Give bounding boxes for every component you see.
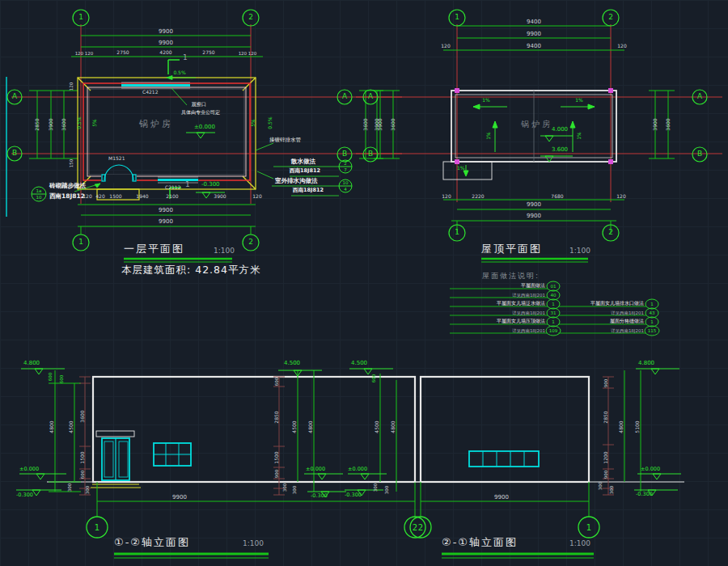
elev1-window	[154, 443, 191, 466]
dim-label: 9900	[159, 40, 173, 47]
note-label: 平屋面女儿墙排水口做法	[540, 301, 644, 306]
detail-bubble-label: 10	[36, 195, 42, 200]
slope-label: 1%	[575, 98, 583, 103]
dim-label: 120 120	[75, 51, 94, 56]
dim-label: 600	[80, 471, 85, 479]
dim-label: 4500	[292, 420, 298, 433]
note-label: 屋面分格缝做法	[540, 319, 644, 324]
grid-bubble-label: A	[368, 93, 373, 101]
dim-label: 1500	[274, 451, 280, 463]
dim-label: 1200	[603, 451, 609, 463]
drawing-title: ①-②轴立面图	[114, 537, 190, 548]
level-label: -0.300	[345, 492, 362, 498]
grid-bubble-label: 1	[78, 14, 83, 22]
dim-label: 9900	[527, 202, 541, 209]
slope-label: 1%	[457, 166, 465, 171]
dim-label: 3900	[49, 118, 54, 130]
dim-label: 9900	[172, 495, 187, 501]
section-mark-label: 1	[185, 181, 190, 189]
dim-label: 3900	[214, 194, 226, 200]
slope-label: 5%	[251, 119, 256, 127]
dim-label: 900	[603, 379, 608, 388]
drawing-title: 屋顶平面图	[481, 243, 542, 255]
annotation-text: 具体由专业公司定	[181, 110, 220, 116]
room-label: 锅炉房	[139, 120, 173, 129]
note-bubble-label: 01	[551, 284, 557, 289]
dim-label: 120	[83, 194, 91, 200]
dim-label: 300	[282, 484, 287, 492]
dim-label: 4800	[391, 420, 396, 433]
detail-bubble-label: 7	[344, 167, 347, 172]
window-tag: C2112	[165, 185, 180, 191]
grid-bubble-label: B	[342, 150, 347, 158]
grid-bubble-label: B	[697, 150, 702, 158]
grid-bubble-label: 2	[248, 239, 253, 247]
dim-label: 3600	[666, 118, 671, 130]
grid-bubble-label: 1	[78, 239, 83, 247]
slope-label: 1%	[577, 132, 582, 140]
dim-label: 900	[603, 471, 608, 479]
level-label: ±0.000	[306, 467, 325, 472]
plan2-slope-arrows	[463, 104, 595, 176]
grid-bubble-label: 1	[455, 14, 459, 22]
elev2-window-strip	[469, 451, 539, 467]
annotation-text: 散水做法	[291, 158, 315, 165]
dim-label: 2850	[35, 118, 40, 130]
door-tag: M1521	[108, 156, 125, 162]
note-ref: 详见西南18J201	[540, 328, 644, 333]
dim-label: 2220	[472, 194, 484, 200]
dim-label: 4800	[49, 420, 55, 433]
dim-label: 120	[441, 44, 450, 49]
note-ref: 详见西南18J201	[450, 328, 545, 333]
elev2-title-underline	[442, 554, 594, 558]
grid-bubble-label: 2	[608, 14, 613, 22]
dim-label: 9900	[159, 208, 173, 214]
cad-viewport[interactable]: 1 2 A B A B 1 2 9900 9900 120 120 2750 4…	[0, 0, 728, 566]
dim-label: 600	[59, 375, 64, 384]
note-label: 平屋面做法	[450, 283, 545, 289]
dim-label: 1500	[80, 451, 86, 463]
dim-label: 3600	[80, 410, 86, 422]
dim-label: 9900	[527, 32, 541, 38]
grid-bubble-label: A	[12, 93, 17, 101]
notes-title: 屋面做法说明:	[482, 272, 540, 281]
grid-bubble-label: 1	[95, 523, 99, 532]
grid-bubble-label: A	[342, 93, 347, 101]
plan1-title-underline	[124, 259, 232, 262]
slope-label: 0.5%	[268, 116, 273, 129]
level-label: -0.300	[636, 492, 653, 497]
dim-label: 600	[48, 373, 53, 382]
plan1-window-bottom	[158, 177, 198, 183]
window-tag: C4212	[142, 90, 158, 95]
detail-bubble-label: 1a	[36, 188, 42, 193]
note-bubble-label: 1	[650, 319, 654, 324]
dim-label: 3900	[378, 118, 383, 130]
dim-label: 9400	[527, 19, 541, 26]
dim-label: 4500	[69, 420, 74, 433]
level-label: -0.300	[16, 492, 33, 498]
dim-label: 3600	[61, 118, 67, 130]
plan1-door-opening	[101, 175, 137, 183]
note-ref: 详见西南18J201	[450, 310, 545, 315]
dim-label: 300	[373, 484, 378, 492]
dim-label: 600	[274, 378, 279, 386]
dim-label: 2750	[116, 50, 129, 56]
note-bubble-label: 115	[648, 328, 657, 333]
elev2-grid-bubbles	[410, 517, 599, 538]
dim-label: 4200	[159, 50, 171, 56]
level-label: 4.500	[351, 361, 367, 367]
annotation-text: 室外排水沟做法	[275, 178, 318, 184]
elev1-door-step	[91, 484, 141, 488]
dim-label: 120	[616, 194, 625, 200]
annotation-text: 西南18J812	[293, 188, 324, 193]
dim-label: 2850	[274, 411, 280, 423]
dim-label: 2100	[166, 194, 178, 200]
grid-bubble-label: 2	[608, 229, 613, 237]
dim-label: 420	[95, 194, 104, 200]
level-label: 4.800	[638, 361, 654, 367]
dim-label: 9900	[159, 29, 173, 36]
room-label: 锅炉房	[521, 120, 552, 129]
dim-label: 1940	[136, 194, 148, 200]
note-bubble-label: 40	[551, 293, 557, 298]
dim-label: 9900	[527, 213, 541, 220]
